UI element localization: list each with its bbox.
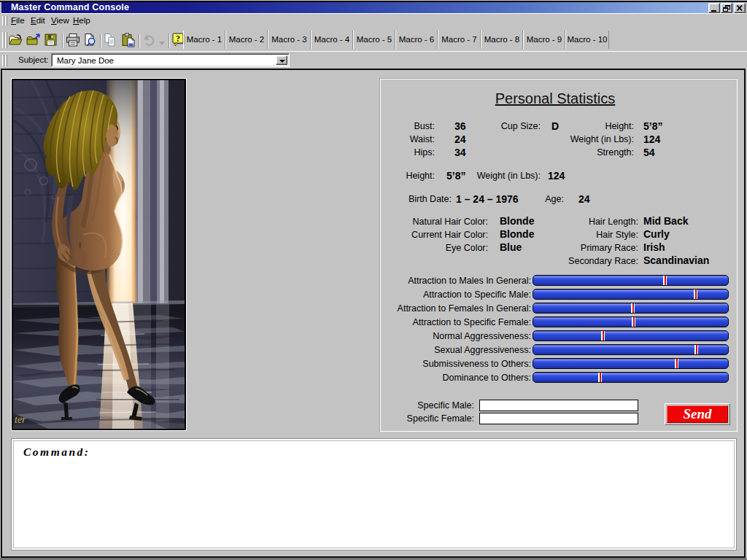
svg-text:ter: ter (15, 414, 26, 425)
svg-text:?: ? (176, 34, 180, 44)
